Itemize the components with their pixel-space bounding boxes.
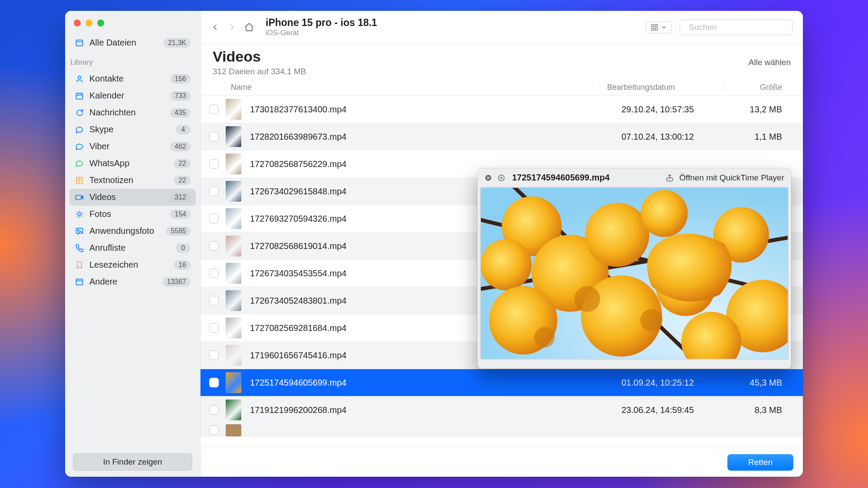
page-context: iPhone 15 pro - ios 18.1 iOS-Gerät [266, 17, 377, 37]
sidebar-item-fotos[interactable]: Fotos154 [69, 206, 196, 223]
sidebar-item-nachrichten[interactable]: Nachrichten435 [69, 104, 196, 121]
svg-rect-12 [655, 28, 658, 30]
sidebar-item-label: Kalender [89, 91, 165, 101]
sidebar-item-all-files[interactable]: Alle Dateien 21,3K [69, 34, 196, 51]
svg-rect-10 [655, 24, 658, 26]
nav-forward-button[interactable] [227, 23, 236, 32]
svg-rect-0 [76, 40, 83, 46]
row-checkbox[interactable] [209, 426, 219, 435]
row-checkbox[interactable] [209, 378, 219, 387]
row-checkbox[interactable] [209, 187, 219, 196]
photos-icon [75, 210, 84, 219]
minimize-window-button[interactable] [85, 20, 92, 26]
messages-icon [75, 108, 84, 117]
sidebar-item-andere[interactable]: Andere13367 [69, 273, 196, 290]
sidebar-item-whatsapp[interactable]: WhatsApp22 [69, 155, 196, 172]
search-field[interactable] [680, 20, 792, 35]
sidebar-item-kalender[interactable]: Kalender733 [69, 87, 196, 104]
sidebar-item-count: 0 [176, 243, 191, 253]
view-mode-switch[interactable] [646, 21, 672, 33]
share-button[interactable] [665, 174, 674, 182]
sidebar-item-skype[interactable]: Skype4 [69, 121, 196, 138]
column-date[interactable]: Bearbeitungsdatum [607, 83, 716, 92]
svg-point-31 [534, 327, 555, 347]
video-thumbnail [226, 345, 241, 366]
sidebar-item-label: Anwendungsfoto [89, 226, 161, 236]
video-thumbnail [226, 236, 241, 256]
file-name: 1719121996200268.mp4 [250, 405, 621, 415]
chevron-down-icon [661, 24, 667, 30]
sidebar-item-videos[interactable]: Videos312 [69, 189, 196, 206]
bookmarks-icon [75, 261, 84, 269]
sidebar-item-label: Lesezeichen [89, 260, 169, 270]
file-size: 45,3 MB [730, 378, 791, 388]
svg-point-19 [481, 239, 532, 290]
table-row[interactable]: 1719121996200268.mp423.06.24, 14:59:458,… [201, 396, 803, 424]
row-checkbox[interactable] [209, 405, 219, 415]
table-row[interactable]: 1725174594605699.mp401.09.24, 10:25:1245… [201, 369, 803, 396]
file-name: 1727082568756229.mp4 [250, 159, 621, 169]
video-thumbnail [226, 263, 241, 284]
rescue-button[interactable]: Retten [727, 454, 793, 471]
whatsapp-icon [75, 159, 84, 168]
preview-image [480, 187, 789, 360]
expand-preview-button[interactable] [497, 174, 505, 182]
sidebar-item-label: Videos [89, 192, 165, 202]
row-checkbox[interactable] [209, 132, 219, 141]
call-log-icon [75, 244, 84, 252]
table-row[interactable]: 1728201663989673.mp407.10.24, 13:00:121,… [201, 123, 803, 151]
sidebar-item-label: Nachrichten [89, 108, 165, 118]
toolbar: iPhone 15 pro - ios 18.1 iOS-Gerät [201, 11, 803, 44]
zoom-window-button[interactable] [97, 20, 104, 26]
table-row[interactable]: 1730182377613400.mp429.10.24, 10:57:3513… [201, 96, 803, 123]
row-checkbox[interactable] [209, 159, 219, 169]
sidebar-item-label: Textnotizen [89, 175, 169, 185]
video-thumbnail [226, 424, 241, 436]
row-checkbox[interactable] [209, 296, 219, 305]
close-window-button[interactable] [74, 20, 81, 26]
video-thumbnail [226, 181, 241, 202]
row-checkbox[interactable] [209, 269, 219, 278]
sidebar-item-count: 4 [176, 125, 191, 134]
svg-rect-2 [76, 93, 83, 99]
sidebar: Alle Dateien 21,3K Library Kontakte156Ka… [65, 11, 201, 477]
row-checkbox[interactable] [209, 350, 219, 360]
svg-rect-11 [651, 28, 654, 30]
row-checkbox[interactable] [209, 241, 219, 251]
row-checkbox[interactable] [209, 323, 219, 333]
nav-back-button[interactable] [211, 23, 220, 32]
video-thumbnail [226, 126, 241, 147]
video-thumbnail [226, 400, 241, 420]
column-name[interactable]: Name [213, 83, 593, 92]
quicklook-popover: 1725174594605699.mp4 Öffnen mit QuickTim… [477, 168, 791, 369]
grid-icon [651, 23, 658, 31]
sidebar-item-kontakte[interactable]: Kontakte156 [69, 70, 196, 87]
home-button[interactable] [244, 22, 254, 33]
svg-rect-4 [76, 195, 82, 200]
select-all-button[interactable]: Alle wählen [749, 58, 791, 67]
file-date: 01.09.24, 10:25:12 [621, 378, 730, 388]
files-icon [75, 39, 84, 47]
table-header: Name Bearbeitungsdatum Größe [201, 79, 803, 96]
svg-point-7 [78, 229, 79, 231]
notes-icon [75, 176, 84, 185]
sidebar-item-lesezeichen[interactable]: Lesezeichen16 [69, 256, 196, 273]
device-title: iPhone 15 pro - ios 18.1 [266, 17, 377, 29]
sidebar-item-anwendungsfoto[interactable]: Anwendungsfoto5585 [69, 223, 196, 239]
search-input[interactable] [689, 23, 792, 32]
page-subtitle: 312 Daeien auf 334,1 MB [213, 67, 306, 76]
row-checkbox[interactable] [209, 105, 219, 114]
sidebar-item-count: 312 [170, 193, 191, 202]
show-in-finder-button[interactable]: In Finder zeigen [73, 453, 192, 471]
sidebar-item-textnotizen[interactable]: Textnotizen22 [69, 172, 196, 189]
svg-point-23 [641, 190, 687, 237]
sidebar-item-viber[interactable]: Viber462 [69, 138, 196, 155]
viber-icon [75, 142, 84, 151]
column-size[interactable]: Größe [730, 83, 791, 92]
table-row[interactable] [201, 424, 803, 437]
close-preview-button[interactable] [484, 174, 492, 182]
row-checkbox[interactable] [209, 214, 219, 223]
open-with-button[interactable]: Öffnen mit QuickTime Player [679, 173, 784, 183]
app-photo-icon [75, 227, 84, 236]
sidebar-item-anrufliste[interactable]: Anrufliste0 [69, 239, 196, 256]
